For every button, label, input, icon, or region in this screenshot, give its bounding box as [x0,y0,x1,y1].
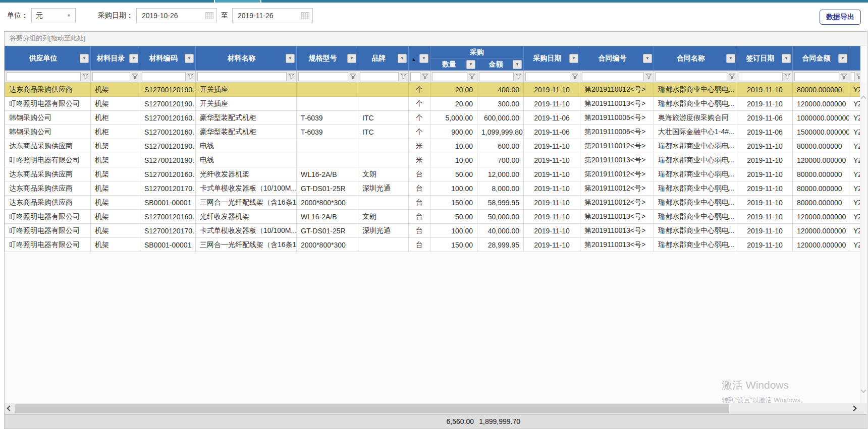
cell-qty[interactable]: 20.00 [430,97,477,111]
cell-code[interactable]: S12700120170... [140,181,196,196]
cell-contract_no[interactable]: 第2019110013<号> [580,153,654,167]
calendar-icon[interactable] [301,12,309,19]
cell-contract_name[interactable]: 瑞都水郡商业中心弱电... [654,210,737,224]
cell-sign_date[interactable]: 2019-11-10 [737,153,793,167]
column-menu-button[interactable]: ▼ [286,54,295,63]
cell-extra[interactable]: YZ [849,181,860,196]
cell-amount[interactable]: 12,000.00 [477,167,524,181]
column-header-contract_amount[interactable]: 合同金额▼ [793,46,849,71]
cell-sign_date[interactable]: 2019-11-10 [737,97,793,111]
cell-supplier[interactable]: 叮咚照明电器有限公司 [5,224,91,238]
cell-name[interactable]: 电线 [196,153,297,167]
cell-extra[interactable]: YZ [849,125,860,139]
cell-brand[interactable] [358,139,409,153]
scroll-right-icon[interactable] [851,405,856,411]
cell-spec[interactable]: T-6039 [297,111,358,125]
vertical-scrollbar[interactable] [860,82,867,403]
scroll-up-icon[interactable] [860,95,866,101]
cell-code[interactable]: SB0001-00001 [140,196,196,210]
cell-qty[interactable]: 900.00 [430,125,477,139]
cell-unit[interactable]: 台 [409,167,430,181]
column-menu-button[interactable]: ▼ [80,54,89,63]
cell-contract_no[interactable]: 第2019110012<号> [580,181,654,196]
cell-supplier[interactable]: 达东商品采购供应商 [5,167,91,181]
table-row[interactable]: 叮咚照明电器有限公司机架S12700120190...电线米10.00700.0… [5,153,860,167]
cell-contract_amount[interactable]: 120000.000000 [793,210,849,224]
cell-contract_amount[interactable]: 80000.000000 [793,139,849,153]
cell-brand[interactable] [358,153,409,167]
cell-qty[interactable]: 50.00 [430,167,477,181]
filter-button-amount[interactable] [514,73,522,81]
cell-code[interactable]: S12700120160... [140,111,196,125]
cell-brand[interactable] [358,196,409,210]
cell-spec[interactable]: GT-DS01-25R [297,181,358,196]
cell-qty[interactable]: 100.00 [430,181,477,196]
cell-catalog[interactable]: 机架 [91,167,140,181]
cell-code[interactable]: S12700120170... [140,224,196,238]
cell-brand[interactable]: 文朗 [358,210,409,224]
column-header-unit[interactable]: ▲▼ [409,46,430,71]
column-menu-button[interactable]: ▼ [419,54,428,63]
cell-supplier[interactable]: 达东商品采购供应商 [5,139,91,153]
cell-name[interactable]: 豪华型装配式机柜 [196,125,297,139]
filter-button-contract_amount[interactable] [839,73,847,81]
cell-supplier[interactable]: 叮咚照明电器有限公司 [5,238,91,252]
table-row[interactable]: 达东商品采购供应商机架S12700120190...开关插座个20.00400.… [5,83,860,97]
column-menu-button[interactable]: ▼ [569,54,578,63]
column-menu-button[interactable]: ▼ [643,54,652,63]
cell-contract_amount[interactable]: 1500000.000000 [793,125,849,139]
cell-contract_amount[interactable]: 120000.000000 [793,238,849,252]
cell-purchase_date[interactable]: 2019-11-10 [524,167,580,181]
cell-sign_date[interactable]: 2019-11-10 [737,83,793,97]
filter-button-catalog[interactable] [130,73,138,81]
cell-purchase_date[interactable]: 2019-11-10 [524,97,580,111]
cell-amount[interactable]: 28,999.95 [477,238,524,252]
cell-unit[interactable]: 个 [409,111,430,125]
column-header-extra[interactable] [849,46,860,71]
cell-spec[interactable] [297,83,358,97]
date-from-field[interactable]: 2019-10-26 [136,8,217,23]
cell-purchase_date[interactable]: 2019-11-10 [524,238,580,252]
data-export-button[interactable]: 数据导出 [820,10,861,25]
cell-code[interactable]: S12700120190... [140,83,196,97]
column-header-sign_date[interactable]: 签订日期▼ [737,46,793,71]
cell-purchase_date[interactable]: 2019-11-10 [524,210,580,224]
cell-spec[interactable] [297,153,358,167]
cell-code[interactable]: S12700120160... [140,125,196,139]
cell-purchase_date[interactable]: 2019-11-06 [524,111,580,125]
cell-extra[interactable]: YZ [849,97,860,111]
filter-button-contract_no[interactable] [644,73,652,81]
cell-purchase_date[interactable]: 2019-11-10 [524,83,580,97]
cell-contract_no[interactable]: 第2019110012<号> [580,83,654,97]
cell-supplier[interactable]: 叮咚照明电器有限公司 [5,153,91,167]
cell-contract_amount[interactable]: 80000.000000 [793,83,849,97]
filter-input-qty[interactable] [432,72,467,81]
cell-catalog[interactable]: 机架 [91,224,140,238]
column-header-amount[interactable]: 金额▼ [477,58,524,71]
cell-supplier[interactable]: 达东商品采购供应商 [5,181,91,196]
cell-spec[interactable]: 2000*800*300 [297,238,358,252]
column-menu-button[interactable]: ▼ [129,54,138,63]
cell-contract_name[interactable]: 瑞都水郡商业中心弱电... [654,167,737,181]
filter-input-purchase_date[interactable] [525,72,570,81]
column-header-code[interactable]: 材料编码▼ [140,46,196,71]
cell-name[interactable]: 光纤收发器机架 [196,167,297,181]
cell-name[interactable]: 开关插座 [196,97,297,111]
group-drop-zone[interactable]: 将要分组的列[拖动至此处] [5,32,867,45]
cell-contract_name[interactable]: 瑞都水郡商业中心弱电... [654,238,737,252]
table-row[interactable]: 达东商品采购供应商机架SB0001-00001三网合一光纤配线架（含16条1..… [5,196,860,210]
cell-brand[interactable] [358,83,409,97]
cell-contract_no[interactable]: 第2019110012<号> [580,167,654,181]
cell-name[interactable]: 卡式单模收发器板（10/100M... [196,224,297,238]
filter-button-brand[interactable] [399,73,407,81]
column-menu-button[interactable]: ▼ [347,54,356,63]
cell-amount[interactable]: 8,000.00 [477,181,524,196]
filter-input-catalog[interactable] [92,72,130,81]
cell-extra[interactable]: YZ [849,238,860,252]
cell-extra[interactable]: YZ [849,139,860,153]
cell-contract_name[interactable]: 瑞都水郡商业中心弱电... [654,139,737,153]
cell-sign_date[interactable]: 2019-11-10 [737,167,793,181]
table-row[interactable]: 叮咚照明电器有限公司机架S12700120190...开关插座个20.00300… [5,97,860,111]
filter-input-contract_name[interactable] [656,72,727,81]
cell-name[interactable]: 光纤收发器机架 [196,210,297,224]
